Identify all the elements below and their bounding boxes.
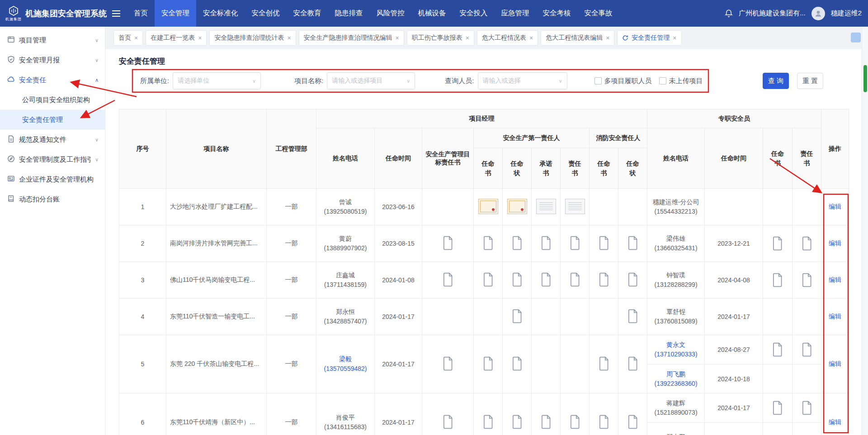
search-button[interactable]: 查 询 [763, 73, 789, 89]
manager-name-phone[interactable]: 梁毅(13570559482) [316, 335, 375, 393]
nav-item[interactable]: 安全管理 [155, 0, 196, 27]
pdf-file-icon[interactable] [482, 236, 495, 250]
pdf-file-icon[interactable] [627, 309, 639, 323]
pdf-file-icon[interactable] [801, 342, 813, 357]
pdf-file-icon[interactable] [801, 401, 813, 415]
pdf-file-icon[interactable] [511, 236, 524, 250]
tab-close-icon[interactable]: × [396, 35, 399, 41]
edit-button[interactable]: 编辑 [829, 313, 841, 320]
tab-item[interactable]: 危大工程情况表× [477, 30, 538, 46]
pdf-file-icon[interactable] [540, 272, 552, 287]
side-widget-button[interactable] [851, 33, 861, 42]
edit-button[interactable]: 编辑 [829, 276, 841, 283]
nav-item[interactable]: 安全考核 [536, 0, 578, 27]
pdf-file-icon[interactable] [627, 415, 639, 429]
sidebar-item[interactable]: 安全管理制度及工作指引∨ [0, 150, 105, 169]
scrollbar-thumb[interactable] [863, 65, 867, 92]
pdf-file-icon[interactable] [598, 415, 610, 429]
nav-item[interactable]: 机械设备 [411, 0, 453, 27]
certificate-thumbnail[interactable] [478, 199, 498, 214]
tab-close-icon[interactable]: × [134, 35, 138, 41]
tab-item[interactable]: 在建工程一览表× [146, 30, 207, 46]
tab-item[interactable]: 危大工程情况表编辑× [541, 30, 614, 46]
pdf-file-icon[interactable] [598, 236, 610, 250]
nav-item[interactable]: 首页 [127, 0, 155, 27]
not-uploaded-checkbox-group[interactable]: 未上传项目 [659, 77, 703, 85]
pdf-file-icon[interactable] [482, 415, 495, 429]
tab-item[interactable]: 职工伤亡事故报表× [407, 30, 474, 46]
pdf-file-icon[interactable] [442, 272, 454, 287]
pdf-file-icon[interactable] [598, 356, 610, 371]
nav-item[interactable]: 安全创优 [245, 0, 287, 27]
project-select[interactable]: 请输入或选择项目 ∨ [327, 72, 415, 89]
pdf-file-icon[interactable] [569, 236, 581, 250]
pdf-file-icon[interactable] [569, 272, 581, 287]
pdf-file-icon[interactable] [801, 236, 813, 251]
pdf-file-icon[interactable] [442, 236, 454, 250]
document-thumbnail[interactable] [536, 199, 556, 214]
sidebar-item[interactable]: 项目管理∨ [0, 30, 105, 50]
tab-close-icon[interactable]: × [606, 35, 609, 41]
pdf-file-icon[interactable] [771, 401, 784, 415]
sidebar-subitem[interactable]: 公司项目安全组织架构 [0, 90, 105, 110]
pdf-file-icon[interactable] [511, 415, 524, 429]
not-uploaded-checkbox[interactable] [659, 77, 666, 84]
pdf-file-icon[interactable] [627, 272, 639, 287]
pdf-file-icon[interactable] [482, 272, 495, 287]
org-name[interactable]: 广州机施建设集团有... [739, 9, 806, 18]
sidebar-item[interactable]: 安全管理月报∨ [0, 50, 105, 70]
pdf-file-icon[interactable] [540, 415, 552, 429]
pdf-file-icon[interactable] [442, 356, 454, 371]
sidebar-item[interactable]: 动态扣分台账 [0, 189, 105, 209]
tab-item[interactable]: 安全隐患排查治理统计表× [209, 30, 296, 46]
pdf-file-icon[interactable] [627, 236, 639, 250]
reset-button[interactable]: 重 置 [797, 73, 823, 89]
tab-close-icon[interactable]: × [198, 35, 202, 41]
edit-button[interactable]: 编辑 [829, 239, 841, 247]
pdf-file-icon[interactable] [801, 273, 813, 287]
tab-close-icon[interactable]: × [529, 35, 533, 41]
edit-button[interactable]: 编辑 [829, 203, 841, 210]
certificate-thumbnail[interactable] [507, 199, 527, 214]
pdf-file-icon[interactable] [511, 356, 524, 371]
nav-item[interactable]: 安全教育 [287, 0, 328, 27]
tab-item[interactable]: 首页× [113, 30, 143, 46]
menu-toggle-icon[interactable] [105, 0, 127, 27]
notification-bell-icon[interactable] [725, 9, 733, 18]
nav-item[interactable]: 安全事故 [578, 0, 619, 27]
nav-item[interactable]: 安全投入 [453, 0, 495, 27]
nav-item[interactable]: 安全标准化 [196, 0, 245, 27]
user-name[interactable]: 穗建运维2 [831, 9, 862, 18]
nav-item[interactable]: 隐患排查 [328, 0, 370, 27]
pdf-file-icon[interactable] [482, 356, 495, 371]
person-select[interactable]: 请输入或选择 ∨ [478, 72, 567, 89]
pdf-file-icon[interactable] [511, 272, 524, 287]
edit-button[interactable]: 编辑 [829, 418, 841, 426]
multi-project-checkbox[interactable] [594, 77, 602, 84]
tab-close-icon[interactable]: × [673, 35, 676, 41]
tab-close-icon[interactable]: × [287, 35, 291, 41]
sidebar-item[interactable]: 安全责任∧ [0, 70, 105, 90]
tab-close-icon[interactable]: × [466, 35, 469, 41]
edit-button[interactable]: 编辑 [829, 360, 841, 367]
pdf-file-icon[interactable] [771, 342, 784, 357]
tab-item[interactable]: 安全生产隐患排查治理情况编辑× [299, 30, 404, 46]
pdf-file-icon[interactable] [771, 236, 784, 251]
pdf-file-icon[interactable] [442, 415, 454, 429]
document-thumbnail[interactable] [565, 199, 585, 214]
nav-item[interactable]: 风险管控 [370, 0, 411, 27]
sidebar-item[interactable]: 规范及通知文件∨ [0, 130, 105, 150]
pdf-file-icon[interactable] [540, 236, 552, 250]
multi-project-checkbox-group[interactable]: 多项目履职人员 [594, 77, 652, 85]
pdf-file-icon[interactable] [598, 272, 610, 287]
avatar[interactable] [811, 7, 825, 20]
tab-active[interactable]: 安全责任管理× [617, 30, 681, 46]
pdf-file-icon[interactable] [569, 415, 581, 429]
pdf-file-icon[interactable] [511, 309, 524, 323]
scrollbar-track[interactable] [862, 27, 868, 435]
sidebar-item[interactable]: 企业证件及安全管理机构 [0, 169, 105, 189]
nav-item[interactable]: 应急管理 [495, 0, 536, 27]
unit-select[interactable]: 请选择单位 ∨ [173, 72, 261, 89]
pdf-file-icon[interactable] [627, 356, 639, 371]
sidebar-subitem[interactable]: 安全责任管理 [0, 110, 105, 130]
